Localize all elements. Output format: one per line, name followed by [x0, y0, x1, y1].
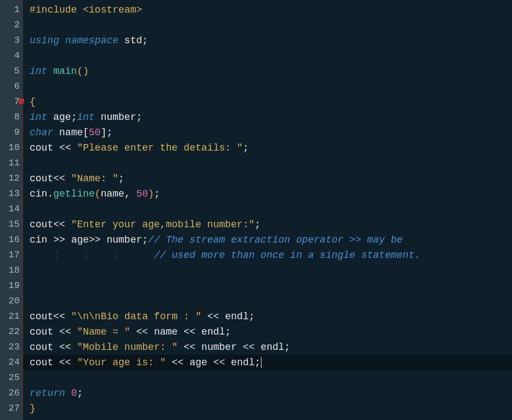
- line-number: 25: [0, 370, 23, 386]
- line-number-gutter: 1 2 3 4 5 6 7 8 9 10 11 12 13 14 15 16 1…: [0, 0, 23, 420]
- code-line[interactable]: [30, 156, 512, 171]
- code-line[interactable]: using namespace std;: [30, 33, 512, 48]
- code-line[interactable]: #include <iostream>: [30, 2, 512, 18]
- line-number: 11: [0, 156, 23, 171]
- line-number: 18: [0, 263, 23, 278]
- line-number: 13: [0, 186, 23, 202]
- code-line[interactable]: ¦ ¦ ¦ // used more than once in a single…: [30, 248, 512, 263]
- line-number: 12: [0, 171, 23, 186]
- code-line[interactable]: int main(): [30, 64, 512, 79]
- code-line[interactable]: [30, 48, 512, 64]
- line-number: 27: [0, 401, 23, 416]
- code-line[interactable]: char name[50];: [30, 125, 512, 140]
- code-line[interactable]: [30, 278, 512, 294]
- code-line[interactable]: cout<< "Enter your age,mobile number:";: [30, 217, 512, 232]
- line-number: 8: [0, 110, 23, 125]
- code-line[interactable]: int age;int number;: [30, 110, 512, 125]
- code-line[interactable]: return 0;: [30, 386, 512, 401]
- code-line[interactable]: {: [30, 94, 512, 110]
- line-number: 5: [0, 64, 23, 79]
- line-number: 6: [0, 79, 23, 94]
- line-number: 15: [0, 217, 23, 232]
- line-number: 19: [0, 278, 23, 294]
- code-line[interactable]: cout<< "\n\nBio data form : " << endl;: [30, 309, 512, 324]
- line-number: 2: [0, 18, 23, 33]
- code-line[interactable]: cin.getline(name, 50);: [30, 186, 512, 202]
- line-number: 14: [0, 202, 23, 217]
- code-line[interactable]: [30, 202, 512, 217]
- line-number: 7: [0, 94, 23, 110]
- code-line[interactable]: cout << "Mobile number: " << number << e…: [30, 340, 512, 355]
- code-line[interactable]: [30, 79, 512, 94]
- code-editor[interactable]: #include <iostream> using namespace std;…: [23, 0, 512, 420]
- code-line[interactable]: cout << "Please enter the details: ";: [30, 140, 512, 156]
- line-number: 20: [0, 294, 23, 309]
- line-number: 10: [0, 140, 23, 156]
- line-number: 17: [0, 248, 23, 263]
- line-number: 16: [0, 232, 23, 248]
- text-cursor: [261, 357, 261, 368]
- line-number: 1: [0, 2, 23, 18]
- code-line[interactable]: [30, 294, 512, 309]
- code-line[interactable]: }: [30, 401, 512, 416]
- line-number: 21: [0, 309, 23, 324]
- line-number: 24: [0, 355, 23, 370]
- line-number: 23: [0, 340, 23, 355]
- code-line[interactable]: cout << "Name = " << name << endl;: [30, 324, 512, 340]
- line-number: 4: [0, 48, 23, 64]
- code-line-current[interactable]: cout << "Your age is: " << age << endl;: [23, 355, 512, 370]
- line-number: 22: [0, 324, 23, 340]
- code-line[interactable]: cin >> age>> number;// The stream extrac…: [30, 232, 512, 248]
- code-line[interactable]: cout<< "Name: ";: [30, 171, 512, 186]
- line-number: 9: [0, 125, 23, 140]
- code-line[interactable]: [30, 18, 512, 33]
- code-line[interactable]: [30, 370, 512, 386]
- line-number: 26: [0, 386, 23, 401]
- code-line[interactable]: [30, 263, 512, 278]
- line-number: 3: [0, 33, 23, 48]
